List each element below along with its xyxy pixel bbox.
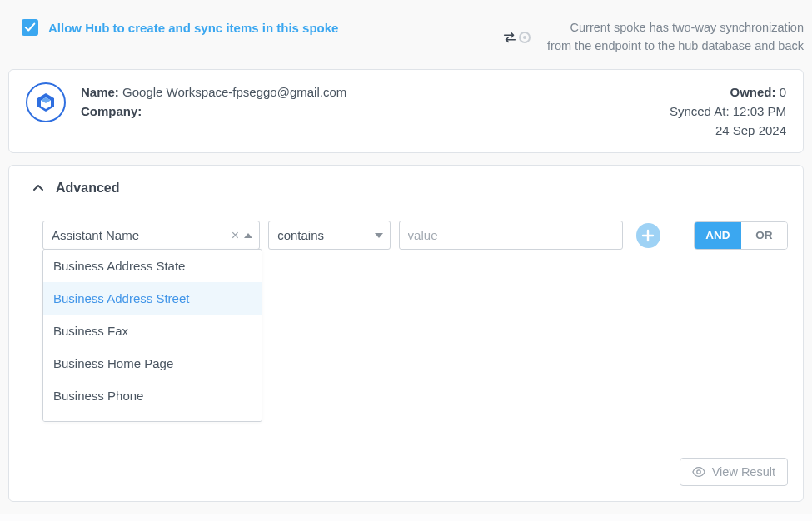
- allow-sync-row: Allow Hub to create and sync items in th…: [22, 19, 338, 36]
- advanced-card: Advanced Assistant Name × contains AND O…: [8, 165, 804, 502]
- spoke-company-row: Company:: [81, 102, 346, 121]
- dropdown-item[interactable]: Business Home Page: [43, 347, 262, 380]
- field-value: Assistant Name: [52, 228, 227, 242]
- synced-row: Synced At: 12:03 PM: [670, 102, 786, 121]
- advanced-title: Advanced: [56, 181, 119, 196]
- advanced-header[interactable]: Advanced: [24, 181, 788, 196]
- dropdown-item[interactable]: Business Phone: [43, 380, 262, 412]
- view-result-row: View Result: [24, 458, 788, 486]
- target-icon: [519, 32, 531, 43]
- google-workspace-logo: [26, 82, 66, 122]
- name-value: Google Workspace-fpseggo@gmail.com: [122, 85, 346, 99]
- chevron-up-icon: [32, 182, 44, 194]
- check-icon: [24, 22, 36, 33]
- field-dropdown[interactable]: Business Address State Business Address …: [42, 249, 262, 422]
- value-input[interactable]: [399, 221, 623, 250]
- caret-down-icon: [375, 233, 383, 238]
- sync-direction-icon: [502, 32, 531, 43]
- spoke-card: Name: Google Workspace-fpseggo@gmail.com…: [8, 69, 804, 154]
- operator-value: contains: [277, 228, 324, 242]
- svg-point-0: [696, 470, 700, 474]
- view-result-button[interactable]: View Result: [680, 458, 788, 486]
- dropdown-item[interactable]: Business Fax: [43, 315, 262, 347]
- owned-label: Owned:: [730, 85, 775, 99]
- field-combobox[interactable]: Assistant Name ×: [42, 221, 260, 250]
- spoke-card-left: Name: Google Workspace-fpseggo@gmail.com…: [26, 82, 346, 122]
- sync-desc-line2: from the endpoint to the hub database an…: [547, 37, 804, 56]
- add-condition-button[interactable]: [636, 223, 661, 248]
- operator-combobox[interactable]: contains: [268, 221, 390, 250]
- logic-or-button[interactable]: OR: [741, 222, 787, 249]
- footer: CANCEL SAVE: [0, 514, 812, 521]
- clear-field-icon[interactable]: ×: [227, 228, 244, 243]
- dropdown-item[interactable]: Business Address Street: [43, 282, 262, 315]
- sync-description: Current spoke has two-way synchronizatio…: [547, 19, 804, 56]
- logic-and-button[interactable]: AND: [695, 222, 740, 249]
- topbar: Allow Hub to create and sync items in th…: [0, 0, 812, 64]
- caret-up-icon: [244, 233, 252, 238]
- spoke-info: Name: Google Workspace-fpseggo@gmail.com…: [81, 82, 346, 122]
- company-label: Company:: [81, 104, 142, 118]
- spoke-card-right: Owned: 0 Synced At: 12:03 PM 24 Sep 2024: [670, 82, 786, 141]
- allow-sync-label: Allow Hub to create and sync items in th…: [48, 21, 338, 35]
- sync-desc-line1: Current spoke has two-way synchronizatio…: [547, 19, 804, 37]
- spoke-name-row: Name: Google Workspace-fpseggo@gmail.com: [81, 82, 346, 102]
- synced-value: 12:03 PM: [733, 104, 786, 118]
- name-label: Name:: [81, 85, 119, 99]
- owned-value: 0: [780, 85, 786, 99]
- view-result-label: View Result: [712, 465, 775, 479]
- synced-date: 24 Sep 2024: [670, 121, 786, 140]
- plus-icon: [641, 229, 655, 242]
- hexagon-icon: [35, 92, 57, 113]
- dropdown-item[interactable]: Business Phone2: [43, 412, 262, 422]
- synced-label: Synced At:: [670, 104, 730, 118]
- dropdown-item[interactable]: Business Address State: [43, 250, 262, 282]
- filter-row: Assistant Name × contains AND OR: [24, 221, 788, 250]
- owned-row: Owned: 0: [670, 82, 786, 102]
- allow-sync-checkbox[interactable]: [22, 19, 38, 36]
- topbar-right: Current spoke has two-way synchronizatio…: [502, 19, 804, 56]
- eye-icon: [692, 467, 705, 477]
- logic-toggle: AND OR: [694, 221, 788, 250]
